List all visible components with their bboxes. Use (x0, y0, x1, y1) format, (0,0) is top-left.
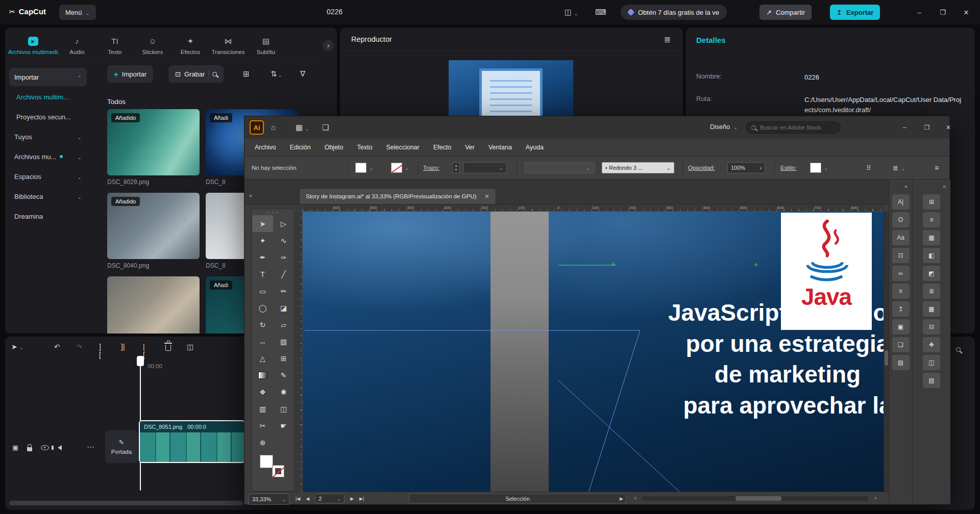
horizontal-scrollbar[interactable] (642, 496, 868, 501)
media-tab-archivos-multimedia[interactable]: ▶Archivos multimedia (8, 31, 58, 61)
ai-restore-button[interactable]: ❐ (916, 116, 938, 139)
stroke-panel-icon[interactable]: ≣ (923, 284, 940, 299)
split-icon[interactable]: ][ (99, 343, 101, 359)
eraser-tool[interactable]: ◪ (273, 299, 294, 316)
speaker-icon[interactable] (58, 445, 62, 450)
ai-minimize-button[interactable]: – (894, 116, 915, 139)
media-item[interactable]: AñadidoDSC_8040.png (107, 193, 200, 270)
paintbrush-tool[interactable]: ✏ (273, 282, 294, 299)
pen-tool[interactable]: ✒ (252, 249, 273, 266)
scroll-left-icon[interactable]: ‹ (634, 495, 636, 501)
undo-icon[interactable]: ↶ (54, 343, 60, 351)
rotate-tool[interactable]: ↻ (252, 316, 273, 333)
media-thumbnail[interactable]: Añadido (107, 109, 200, 175)
more-options-icon[interactable]: ⋯ (87, 443, 94, 452)
cover-button[interactable]: ✎ Portada (105, 430, 138, 463)
grid-view-button[interactable]: ⊞ (243, 69, 250, 79)
opacity-label[interactable]: Opacidad: (688, 157, 715, 179)
mirror-icon[interactable]: ◫ (187, 343, 193, 351)
sidebar-item-proyectos-secun[interactable]: Proyectos secun... (9, 108, 87, 126)
search-icon[interactable] (212, 72, 217, 76)
sidebar-item-tuyos[interactable]: Tuyos (9, 127, 87, 146)
curvature-tool[interactable]: ✑ (273, 249, 294, 266)
menu-seleccionar[interactable]: Seleccionar (386, 144, 419, 151)
artboard-dropdown[interactable]: 2 (315, 494, 345, 503)
sidebar-item-biblioteca[interactable]: Biblioteca (9, 187, 87, 205)
close-button[interactable]: ✕ (954, 0, 978, 24)
vertical-scrollbar[interactable] (884, 212, 889, 492)
workspace-switcher[interactable]: Diseño (710, 123, 738, 131)
collapse-panels-icon[interactable] (913, 179, 950, 192)
menu-texto[interactable]: Texto (357, 144, 373, 151)
column-graph-tool[interactable]: ▥ (252, 400, 273, 417)
visibility-icon[interactable] (41, 445, 49, 450)
zoom-tool[interactable]: ⊕ (252, 434, 273, 451)
links-panel-icon[interactable]: ∞ (892, 266, 910, 281)
select-tool-icon[interactable]: ➤ (11, 343, 23, 351)
maximize-button[interactable]: ❐ (931, 0, 954, 24)
timeline-scrollbar[interactable] (9, 501, 243, 505)
timeline-clip[interactable]: DSC_8051.png 00:00:0 (139, 420, 245, 463)
shaper-tool[interactable]: ◯ (252, 299, 273, 316)
media-thumbnail[interactable]: Añadido (107, 193, 200, 259)
free-transform-tool[interactable]: ▧ (273, 333, 294, 350)
menu-button[interactable]: Menú (59, 5, 96, 20)
symbol-sprayer-tool[interactable]: ✺ (273, 383, 294, 400)
appearance-panel-icon[interactable]: O (892, 212, 910, 227)
options-lines-button[interactable]: ≣ (893, 157, 905, 179)
sidebar-item-archivos-multim[interactable]: Archivos multim... (9, 88, 87, 106)
panel-menu-icon[interactable]: ≡ (935, 157, 939, 179)
drag-handle-icon[interactable] (252, 209, 294, 215)
menu-edicion[interactable]: Edición (290, 144, 311, 151)
style-label[interactable]: Estilo: (780, 157, 796, 179)
trim-left-icon[interactable]: ]| (121, 343, 125, 351)
filter-button[interactable]: ∇ (300, 69, 305, 79)
first-artboard-icon[interactable]: |◀ (296, 496, 300, 501)
previous-artboard-icon[interactable]: ◀ (306, 496, 309, 501)
character-panel-icon[interactable]: A| (892, 194, 910, 210)
stroke-stepper[interactable]: ▲▼ (452, 162, 460, 173)
appearance2-panel-icon[interactable]: ⊟ (923, 319, 940, 335)
export-panel-icon[interactable]: ↥ (892, 301, 910, 317)
record-button[interactable]: ⊡ Grabar (168, 65, 224, 83)
rectangle-tool[interactable]: ▭ (252, 282, 273, 299)
media-item[interactable] (107, 276, 200, 333)
graphic-styles-panel-icon[interactable]: ❖ (923, 337, 940, 352)
asset-export-panel-icon[interactable]: ▤ (923, 373, 940, 388)
gradient-panel-icon[interactable]: ◩ (923, 266, 940, 281)
media-thumbnail[interactable] (107, 276, 200, 333)
menu-ver[interactable]: Ver (465, 144, 475, 151)
scale-tool[interactable]: ▱ (273, 316, 294, 333)
menu-archivo[interactable]: Archivo (255, 144, 276, 151)
stroke-indicator[interactable] (272, 465, 284, 477)
share-document-icon[interactable]: ❏ (322, 123, 329, 132)
stock-search-input[interactable] (760, 124, 831, 131)
fill-indicator[interactable] (260, 455, 273, 468)
canvas[interactable]: Java JavaScript se llamo apor una estrat… (303, 212, 884, 492)
last-artboard-icon[interactable]: ▶| (359, 496, 364, 501)
ai-close-button[interactable]: ✕ (938, 116, 959, 139)
home-icon[interactable]: ⌂ (271, 123, 276, 132)
document-tab[interactable]: Story de Instagram.ai* al 33,33% (RGB/Pr… (299, 188, 496, 204)
layout-button[interactable]: ◫ (565, 8, 578, 17)
timeline-zoom-in-icon[interactable] (956, 345, 961, 354)
export-button[interactable]: ↥ Exportar (830, 5, 880, 20)
headline-text-object[interactable]: JavaScript se llamo apor una estrategiad… (619, 297, 884, 421)
grid-snap-icon[interactable]: ⊞ (923, 194, 940, 210)
eyedropper-tool[interactable]: ✎ (273, 367, 294, 383)
import-button[interactable]: + Importar (107, 65, 153, 83)
collapse-panels-icon[interactable] (889, 179, 912, 192)
status-field[interactable]: Selección ▶ (409, 494, 626, 503)
menu-ayuda[interactable]: Ayuda (526, 144, 544, 151)
fill-color-control[interactable] (355, 157, 373, 179)
menu-objeto[interactable]: Objeto (325, 144, 344, 151)
scrollbar-thumb[interactable] (885, 350, 888, 366)
width-profile-dropdown[interactable]: • Redondo 3 ... (602, 157, 674, 179)
stock-search[interactable] (746, 121, 841, 134)
track-frame-icon[interactable]: ▣ (12, 444, 18, 451)
width-tool[interactable]: ↔ (252, 333, 273, 350)
magic-wand-tool[interactable]: ✦ (252, 232, 273, 249)
lasso-tool[interactable]: ∿ (273, 232, 294, 249)
free-trial-button[interactable]: Obtén 7 días gratis de la ve (621, 5, 727, 20)
media-item[interactable]: AñadidoDSC_8029.png (107, 109, 200, 187)
